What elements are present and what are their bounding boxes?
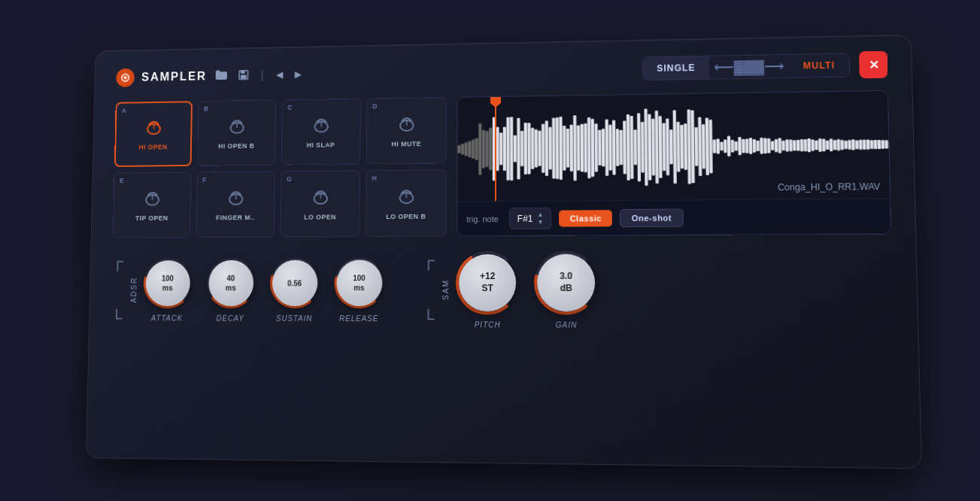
- knob-wrapper-attack: 100 ms: [141, 257, 193, 310]
- pad-letter: C: [287, 104, 292, 111]
- pad-conga-icon: [311, 115, 330, 138]
- pad-d[interactable]: D HI MUTE: [366, 97, 446, 164]
- sam-section: ┌ └ SAM +12 ST PITCH 3.0 dB GAIN: [422, 249, 599, 329]
- pad-letter: E: [119, 177, 123, 184]
- pad-name: HI MUTE: [391, 140, 421, 147]
- trig-note-box[interactable]: F#1 ▲ ▼: [508, 208, 551, 229]
- knob-wrapper-release: 100 ms: [332, 256, 385, 310]
- trig-row: trig. note F#1 ▲ ▼ Classic One-shot: [457, 198, 890, 235]
- pad-grid: A HI OPEN B HI OPEN B C HI SLAP D HI MUT…: [112, 97, 446, 238]
- svg-rect-34: [499, 132, 502, 165]
- knob-inner[interactable]: 100 ms: [335, 260, 381, 306]
- pad-e[interactable]: E TIP OPEN: [112, 172, 191, 238]
- svg-rect-100: [734, 141, 737, 151]
- pad-conga-icon: [144, 117, 162, 141]
- pad-letter: G: [287, 175, 292, 183]
- pad-name: HI SLAP: [306, 141, 335, 149]
- knob-wrapper-decay: 40 ms: [204, 257, 256, 310]
- adsr-label: ADSR: [129, 276, 138, 302]
- oneshot-mode-btn[interactable]: One-shot: [620, 208, 683, 227]
- knob-container-release: 100 ms RELEASE: [332, 256, 385, 323]
- svg-point-1: [123, 76, 126, 79]
- mode-selector: SINGLE ⟵▓▓▓⟶ MULTI: [642, 53, 849, 80]
- sam-knobs-row: +12 ST PITCH 3.0 dB GAIN: [454, 249, 599, 329]
- svg-rect-24: [464, 142, 467, 156]
- close-button[interactable]: ✕: [859, 50, 887, 78]
- pad-letter: F: [202, 176, 206, 184]
- sampler-label: SAMPLER: [141, 70, 206, 84]
- svg-rect-25: [468, 141, 471, 157]
- svg-rect-3: [241, 70, 245, 73]
- pad-g[interactable]: G LO OPEN: [280, 170, 360, 237]
- pad-letter: H: [372, 175, 376, 182]
- svg-rect-35: [502, 127, 505, 171]
- knob-wrapper-sustain: 0.56: [268, 257, 321, 310]
- pad-name: HI OPEN: [138, 143, 167, 150]
- svg-rect-41: [523, 123, 526, 175]
- knob-value: 100 ms: [161, 274, 173, 293]
- sam-label: SAM: [441, 279, 450, 300]
- knob-inner[interactable]: 0.56: [272, 260, 317, 306]
- waveform-area: Conga_HI_O_RR1.WAV: [457, 91, 890, 202]
- knob-value: +12 ST: [480, 271, 495, 294]
- pad-conga-icon: [311, 187, 329, 211]
- pad-letter: A: [121, 107, 126, 114]
- toolbar-divider: |: [260, 68, 263, 81]
- knob-wrapper-gain: 3.0 dB: [532, 249, 599, 316]
- svg-rect-96: [720, 142, 723, 150]
- svg-rect-42: [527, 123, 530, 174]
- svg-rect-38: [513, 135, 516, 162]
- top-bar: SAMPLER | ◄ ► SINGLE ⟵▓▓▓⟶ MULTI ✕: [116, 50, 887, 90]
- pad-a[interactable]: A HI OPEN: [114, 101, 192, 167]
- pad-conga-icon: [396, 114, 416, 138]
- svg-rect-36: [506, 117, 509, 181]
- knob-label-attack: ATTACK: [150, 314, 182, 323]
- knob-inner[interactable]: 40 ms: [208, 260, 253, 306]
- trig-note-arrows[interactable]: ▲ ▼: [537, 211, 543, 226]
- adsr-section: ┌ └ ADSR 100 ms ATTACK 40 ms DECAY 0.56 …: [111, 252, 386, 327]
- knob-container-sustain: 0.56 SUSTAIN: [268, 257, 321, 323]
- folder-icon[interactable]: [213, 68, 229, 84]
- svg-rect-23: [461, 144, 464, 154]
- svg-rect-26: [471, 140, 474, 159]
- mode-arrow-icon: ⟵▓▓▓⟶: [708, 58, 789, 76]
- single-mode-btn[interactable]: SINGLE: [642, 56, 708, 80]
- prev-arrow[interactable]: ◄: [273, 68, 284, 82]
- pad-conga-icon: [226, 187, 244, 211]
- filename-label: Conga_HI_O_RR1.WAV: [777, 181, 879, 193]
- pad-h[interactable]: H LO OPEN B: [366, 169, 446, 237]
- knob-value: 100 ms: [353, 273, 366, 293]
- classic-mode-btn[interactable]: Classic: [559, 210, 612, 226]
- save-icon[interactable]: [236, 67, 250, 84]
- svg-rect-45: [538, 131, 541, 166]
- pad-b[interactable]: B HI OPEN B: [197, 100, 276, 166]
- svg-rect-30: [485, 131, 488, 167]
- svg-rect-28: [478, 123, 481, 175]
- adsr-knobs-row: 100 ms ATTACK 40 ms DECAY 0.56 SUSTAIN 1…: [141, 256, 385, 323]
- pad-conga-icon: [396, 186, 416, 210]
- knob-value: 3.0 dB: [560, 271, 572, 294]
- knob-inner[interactable]: +12 ST: [459, 254, 516, 311]
- knob-value: 40 ms: [225, 274, 235, 293]
- knob-container-attack: 100 ms ATTACK: [141, 257, 193, 322]
- knob-label-gain: GAIN: [555, 320, 577, 329]
- trig-note-value: F#1: [517, 213, 532, 223]
- plugin-container: SAMPLER | ◄ ► SINGLE ⟵▓▓▓⟶ MULTI ✕ A HI …: [85, 35, 921, 469]
- knob-container-decay: 40 ms DECAY: [204, 257, 256, 323]
- knob-inner[interactable]: 3.0 dB: [537, 254, 595, 312]
- svg-rect-27: [475, 138, 478, 160]
- knob-container-pitch: +12 ST PITCH: [454, 250, 520, 329]
- knob-label-pitch: PITCH: [474, 320, 500, 329]
- pad-name: FINGER M..: [216, 214, 255, 221]
- pad-name: HI OPEN B: [218, 142, 254, 150]
- trig-label: trig. note: [466, 214, 499, 223]
- pad-f[interactable]: F FINGER M..: [196, 172, 275, 238]
- knob-container-gain: 3.0 dB GAIN: [532, 249, 599, 329]
- pad-c[interactable]: C HI SLAP: [281, 99, 360, 165]
- multi-mode-btn[interactable]: MULTI: [788, 53, 848, 77]
- svg-rect-29: [481, 130, 484, 169]
- main-content: A HI OPEN B HI OPEN B C HI SLAP D HI MUT…: [112, 90, 891, 238]
- pad-name: LO OPEN B: [386, 213, 426, 220]
- next-arrow[interactable]: ►: [292, 68, 303, 82]
- knob-inner[interactable]: 100 ms: [144, 260, 190, 306]
